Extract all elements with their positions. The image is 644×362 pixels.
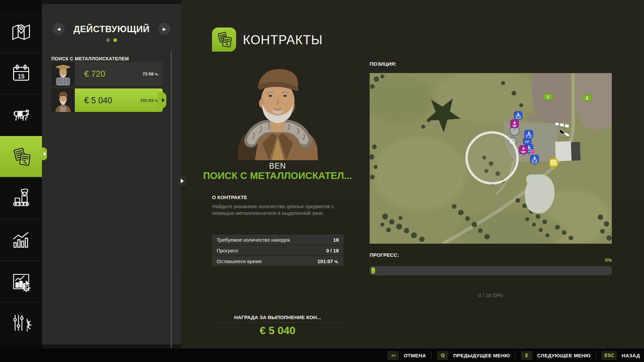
- list-section-label: ПОИСК С МЕТАЛЛОИСКАТЕЛЕМ: [51, 56, 129, 61]
- map-marker-unload-blue-3: [523, 138, 531, 144]
- contract-row: € 720 72:56 ч.: [75, 62, 163, 85]
- row-label: Оставшееся время: [217, 258, 262, 264]
- row-label: Прогресс: [217, 248, 238, 253]
- contract-time-left: 101:03 ч.: [140, 98, 159, 103]
- sidebar-item-animals[interactable]: [0, 94, 42, 135]
- backspace-key-icon: ↤: [387, 351, 399, 360]
- production-icon: [9, 186, 33, 210]
- esc-key-icon: ESC: [601, 351, 617, 360]
- contracts-icon: [9, 144, 33, 169]
- progress-label: ПРОГРЕСС:: [370, 252, 399, 258]
- list-pager: ◀ ДЕЙСТВУЮЩИЙ ▶: [42, 14, 181, 44]
- farm-building: [555, 141, 581, 161]
- contracts-screen: 15: [0, 0, 644, 362]
- svg-text:2: 2: [586, 96, 588, 101]
- cancel-action[interactable]: ↤ ОТМЕНА: [387, 351, 426, 360]
- field-badge-2: 2: [582, 95, 592, 101]
- list-scrollbar[interactable]: [171, 51, 172, 349]
- contracts-page-icon: [212, 27, 236, 52]
- sidebar-item-contracts[interactable]: [0, 136, 42, 177]
- position-label: ПОЗИЦИЯ:: [370, 61, 396, 67]
- back-action[interactable]: ESC НАЗАД: [601, 351, 640, 360]
- panel-expand-button[interactable]: [177, 176, 186, 186]
- next-page-button[interactable]: ▶: [158, 23, 170, 35]
- table-row: Прогресс 0 / 18: [212, 245, 343, 255]
- statistics-icon: [9, 228, 33, 252]
- contract-detail-panel: КОНТРАКТЫ: [181, 0, 644, 362]
- row-value: 18: [333, 237, 339, 243]
- selected-tab-notch: [42, 147, 47, 160]
- progress-bar: [370, 266, 612, 275]
- about-text: Найдите указанное количество ценных пред…: [212, 203, 343, 217]
- contract-detail-table: Требуемое количество находок 18 Прогресс…: [212, 235, 343, 267]
- sidebar-item-statistics[interactable]: [0, 219, 42, 260]
- progress-percent: 0%: [370, 257, 612, 263]
- prev-menu-action[interactable]: Q ПРЕДЫДУЩЕЕ МЕНЮ: [437, 351, 510, 360]
- page-title: КОНТРАКТЫ: [243, 33, 323, 47]
- contract-row: € 5 040 101:03 ч.: [75, 88, 163, 112]
- keybind-bar: ↤ ОТМЕНА Q ПРЕДЫДУЩЕЕ МЕНЮ E СЛЕДУЮЩЕЕ М…: [0, 349, 644, 362]
- sidebar-item-settings[interactable]: [0, 302, 42, 343]
- row-value: 101:07 ч.: [317, 258, 339, 264]
- contract-title: ПОИСК С МЕТАЛЛОИСКАТЕЛ...: [181, 170, 374, 181]
- about-heading: О КОНТРАКТЕ: [212, 194, 247, 200]
- next-arrow-icon: ▶: [163, 26, 166, 32]
- q-key-icon: Q: [437, 351, 448, 360]
- selection-arrow: [162, 98, 165, 102]
- map-marker-unload-blue-2: [525, 130, 533, 138]
- row-value: 0 / 18: [326, 248, 339, 253]
- contract-list-item-selected[interactable]: € 5 040 101:03 ч.: [51, 88, 163, 112]
- divider: [515, 352, 516, 359]
- divider: [596, 352, 596, 359]
- next-menu-action[interactable]: E СЛЕДУЮЩЕЕ МЕНЮ: [521, 351, 590, 360]
- field-2-area: [576, 73, 612, 130]
- npc-name: BEN: [181, 162, 374, 171]
- sidebar-item-prices[interactable]: [0, 260, 42, 302]
- sidebar-item-map[interactable]: [0, 11, 42, 52]
- svg-text:1: 1: [547, 95, 549, 100]
- sidebar: 15: [0, 0, 42, 362]
- sidebar-item-production[interactable]: [0, 177, 42, 219]
- page-dot: [106, 38, 110, 42]
- settings-icon: [9, 311, 33, 335]
- contract-zone-circle: [467, 132, 518, 183]
- npc-avatar: [51, 62, 75, 85]
- field-badge-1: 1: [543, 94, 553, 100]
- sidebar-item-calendar[interactable]: 15: [0, 53, 42, 94]
- progress-detail: 0 / 18 (0%): [370, 292, 612, 298]
- contract-time-left: 72:56 ч.: [143, 71, 159, 76]
- contract-reward: € 5 040: [84, 96, 112, 105]
- divider: [212, 322, 343, 323]
- back-label: НАЗАД: [622, 353, 640, 358]
- calendar-icon: 15: [9, 61, 33, 85]
- contract-reward: € 720: [84, 69, 105, 79]
- map-icon: [9, 20, 33, 44]
- prev-menu-label: ПРЕДЫДУЩЕЕ МЕНЮ: [453, 353, 510, 358]
- page-dot-active: [113, 38, 117, 42]
- minimap: 1 2: [370, 73, 612, 244]
- row-label: Требуемое количество находок: [217, 237, 290, 243]
- table-row: Требуемое количество находок 18: [212, 235, 343, 245]
- next-menu-label: СЛЕДУЮЩЕЕ МЕНЮ: [537, 353, 590, 358]
- cancel-label: ОТМЕНА: [404, 353, 426, 358]
- reward-value: € 5 040: [181, 324, 374, 337]
- npc-portrait: [231, 64, 324, 160]
- mouse-cursor: [25, 280, 32, 288]
- progress-fill: [371, 267, 375, 274]
- e-key-icon: E: [521, 351, 532, 360]
- npc-avatar: [51, 88, 75, 112]
- divider: [431, 352, 432, 359]
- page-dots: [42, 38, 181, 42]
- contract-list-panel: ◀ ДЕЙСТВУЮЩИЙ ▶ ПОИСК С МЕТАЛЛОИСКАТЕЛЕМ: [42, 4, 181, 345]
- svg-text:15: 15: [17, 73, 24, 80]
- contract-list-item[interactable]: € 720 72:56 ч.: [51, 62, 163, 85]
- cow-icon: [9, 103, 33, 127]
- table-row: Оставшееся время 101:07 ч.: [212, 256, 343, 266]
- expand-arrow-icon: [181, 179, 184, 183]
- reward-heading: НАГРАДА ЗА ВЫПОЛНЕНИЕ КОН...: [181, 314, 374, 320]
